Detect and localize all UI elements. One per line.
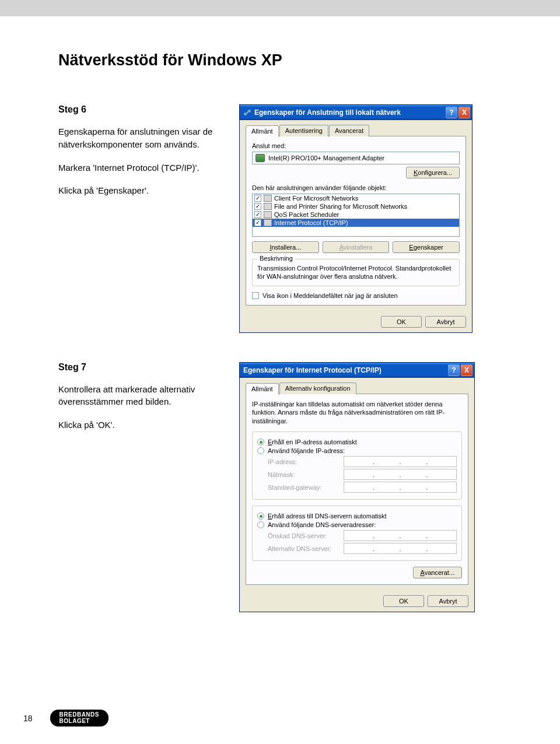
tcpip-properties-window: Egenskaper för Internet Protocol (TCP/IP… <box>239 362 475 613</box>
component-buttons: Installera... Avinstallera Egenskaper <box>252 241 460 253</box>
document-page: Nätverksstöd för Windows XP Steg 6 Egens… <box>0 16 560 744</box>
component-icon <box>264 203 272 210</box>
cancel-button[interactable]: Avbryt <box>425 316 466 328</box>
configure-button[interactable]: Konfigurera... <box>406 167 460 178</box>
field-label: Standard-gateway: <box>268 484 344 491</box>
field-dns1: Önskad DNS-server: ... <box>268 530 457 541</box>
dns-group: Erhåll adress till DNS-servern automatis… <box>252 506 462 561</box>
checkbox-icon[interactable]: ✓ <box>254 219 261 226</box>
info-text: IP-inställningar kan tilldelas automatis… <box>252 400 462 426</box>
list-item[interactable]: ✓ File and Printer Sharing for Microsoft… <box>253 202 459 210</box>
step6-text-column: Steg 6 Egenskaperna för anslutningen vis… <box>58 104 222 208</box>
page-footer: 18 BREDBANDS BOLAGET <box>23 710 108 727</box>
bredbandsbolaget-logo: BREDBANDS BOLAGET <box>50 710 108 727</box>
tab-general[interactable]: Allmänt <box>246 125 279 137</box>
checkbox-icon[interactable] <box>252 292 259 299</box>
show-icon-row[interactable]: Visa ikon i Meddelandefältet när jag är … <box>252 292 460 299</box>
description-title: Beskrivning <box>257 255 295 262</box>
tab-authentication[interactable]: Autentisering <box>279 125 328 136</box>
titlebar[interactable]: Egenskaper för Anslutning till lokalt nä… <box>240 105 472 120</box>
help-button[interactable]: ? <box>446 107 457 118</box>
radio-manual-ip[interactable]: Använd följande IP-adress: <box>257 447 457 454</box>
tab-page-general: Anslut med: Intel(R) PRO/100+ Management… <box>246 136 466 306</box>
component-icon <box>264 195 272 202</box>
uninstall-button[interactable]: Avinstallera <box>323 241 390 253</box>
ip-input[interactable]: ... <box>344 543 457 554</box>
titlebar[interactable]: Egenskaper för Internet Protocol (TCP/IP… <box>240 363 474 378</box>
component-icon <box>264 219 272 226</box>
show-icon-label: Visa ikon i Meddelandefältet när jag är … <box>262 292 398 299</box>
list-item[interactable]: ✓ QoS Packet Scheduler <box>253 210 459 219</box>
radio-icon[interactable] <box>257 438 264 445</box>
radio-label: Använd följande DNS-serveradresser: <box>268 521 376 528</box>
step6-p1: Egenskaperna för anslutningen visar de n… <box>58 125 222 151</box>
field-label: Önskad DNS-server: <box>268 532 344 539</box>
list-item-label: Client For Microsoft Networks <box>274 195 358 202</box>
components-listbox[interactable]: ✓ Client For Microsoft Networks ✓ File a… <box>252 194 460 237</box>
ip-input[interactable]: ... <box>344 482 457 493</box>
radio-label: Använd följande IP-adress: <box>268 447 345 454</box>
step7-row: Steg 7 Kontrollera att markerade alterna… <box>58 362 525 613</box>
checkbox-icon[interactable]: ✓ <box>254 203 261 210</box>
help-button[interactable]: ? <box>448 364 460 376</box>
radio-auto-ip[interactable]: Erhåll en IP-adress automatiskt <box>257 438 457 445</box>
logo-line1: BREDBANDS <box>60 712 99 718</box>
step7-p2: Klicka på 'OK'. <box>58 419 222 431</box>
dialog-buttons: OK Avbryt <box>240 311 472 332</box>
checkbox-icon[interactable]: ✓ <box>254 195 261 202</box>
ip-input[interactable]: ... <box>344 469 457 480</box>
advanced-button[interactable]: Avancerat... <box>413 567 463 578</box>
radio-icon[interactable] <box>257 513 264 520</box>
checkbox-icon[interactable]: ✓ <box>254 211 261 218</box>
tab-advanced[interactable]: Avancerat <box>329 125 369 136</box>
page-title: Nätverksstöd för Windows XP <box>58 51 525 69</box>
field-dns2: Alternativ DNS-server: ... <box>268 543 457 554</box>
description-group: Beskrivning Transmission Control Protoco… <box>252 259 460 286</box>
ok-button[interactable]: OK <box>381 316 422 328</box>
close-button[interactable]: X <box>461 364 473 376</box>
component-icon <box>264 211 272 218</box>
cancel-button[interactable]: Avbryt <box>428 595 468 607</box>
install-button[interactable]: Installera... <box>252 241 319 253</box>
svg-rect-0 <box>244 113 247 115</box>
list-item-label: QoS Packet Scheduler <box>274 211 339 218</box>
window-body: Allmänt Autentisering Avancerat Anslut m… <box>240 120 472 311</box>
field-label: Alternativ DNS-server: <box>268 545 344 552</box>
step6-row: Steg 6 Egenskaperna för anslutningen vis… <box>58 104 525 333</box>
field-label: IP-adress: <box>268 458 344 465</box>
radio-icon[interactable] <box>257 447 264 454</box>
window-title: Egenskaper för Anslutning till lokalt nä… <box>254 108 444 117</box>
radio-auto-dns[interactable]: Erhåll adress till DNS-servern automatis… <box>257 513 457 520</box>
logo-line2: BOLAGET <box>60 718 99 725</box>
list-item-label: Internet Protocol (TCP/IP) <box>274 219 348 226</box>
properties-button[interactable]: Egenskaper <box>393 241 460 253</box>
radio-manual-dns[interactable]: Använd följande DNS-serveradresser: <box>257 521 457 528</box>
connect-with-label: Anslut med: <box>252 142 460 149</box>
close-button[interactable]: X <box>459 107 470 118</box>
ip-input[interactable]: ... <box>344 530 457 541</box>
step6-p2: Markera 'Internet Protocol (TCP/IP)'. <box>58 162 222 174</box>
field-ip-address: IP-adress: ... <box>268 456 457 467</box>
window-title: Egenskaper för Internet Protocol (TCP/IP… <box>243 366 447 374</box>
step7-heading: Steg 7 <box>58 362 222 373</box>
dialog-buttons: OK Avbryt <box>240 591 474 612</box>
adapter-box: Intel(R) PRO/100+ Management Adapter <box>252 152 460 164</box>
svg-rect-1 <box>248 110 251 113</box>
step7-text-column: Steg 7 Kontrollera att markerade alterna… <box>58 362 222 442</box>
tab-alt-config[interactable]: Alternativ konfiguration <box>279 382 356 394</box>
window-body: Allmänt Alternativ konfiguration IP-inst… <box>240 378 474 591</box>
list-item-selected[interactable]: ✓ Internet Protocol (TCP/IP) <box>253 219 459 227</box>
list-item[interactable]: ✓ Client For Microsoft Networks <box>253 194 459 202</box>
components-label: Den här anslutningen använder följande o… <box>252 184 460 191</box>
ip-input[interactable]: ... <box>344 456 457 467</box>
list-item-label: File and Printer Sharing for Microsoft N… <box>274 203 407 210</box>
tab-page-general: IP-inställningar kan tilldelas automatis… <box>246 394 468 585</box>
tab-general[interactable]: Allmänt <box>246 383 279 395</box>
step6-p3: Klicka på 'Egenskaper'. <box>58 184 222 197</box>
radio-icon[interactable] <box>257 521 264 528</box>
ip-group: Erhåll en IP-adress automatiskt Använd f… <box>252 431 462 500</box>
connection-icon <box>243 108 251 117</box>
ok-button[interactable]: OK <box>383 595 424 607</box>
field-label: Nätmask: <box>268 471 344 478</box>
nic-icon <box>256 154 265 162</box>
